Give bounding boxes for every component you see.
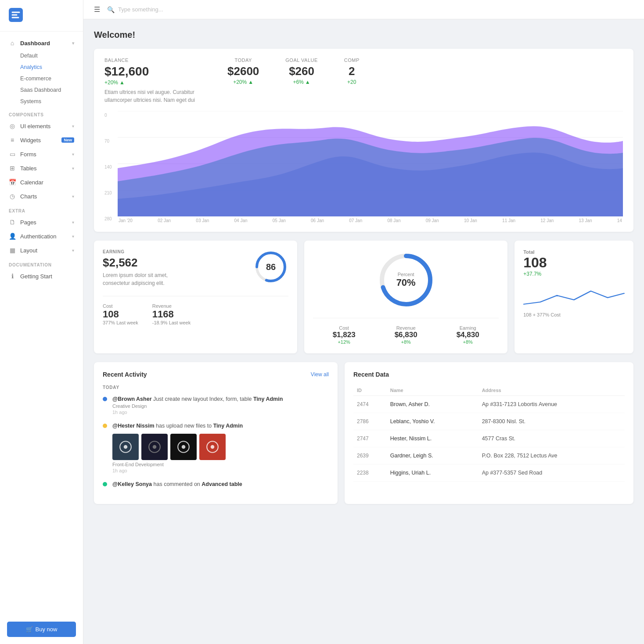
components-label: Components [0, 107, 83, 119]
total-value: 108 [523, 255, 625, 271]
row-id: 2747 [353, 430, 387, 447]
comp-change: +20 [344, 79, 360, 85]
dashboard-children: Default Analytics E-commerce Saas Dashbo… [0, 50, 83, 107]
cost-metric: Cost 108 377% Last week [103, 303, 138, 325]
col-name: Name [387, 385, 479, 396]
topbar: ☰ 🔍 [83, 0, 644, 19]
activity-user-2: @Hester Nissim [112, 423, 155, 429]
activity-app-1: Tiny Admin [253, 396, 283, 402]
circle-icon: ◎ [9, 122, 16, 130]
search-input[interactable] [118, 6, 206, 13]
sidebar-item-calendar[interactable]: 📅 Calendar [0, 175, 83, 189]
row-address: 287-8300 Nisl. St. [479, 413, 625, 430]
nav-child-systems[interactable]: Systems [20, 96, 83, 107]
sidebar-item-forms[interactable]: ▭ Forms ▾ [0, 147, 83, 161]
pm-earning: Earning $4,830 +8% [457, 325, 479, 345]
data-table: ID Name Address 2474 Brown, Asher D. Ap … [353, 385, 625, 482]
activity-content-1: @Brown Asher Just create new layout Inde… [112, 395, 329, 415]
sidebar-item-ui-elements[interactable]: ◎ UI elements ▾ [0, 119, 83, 133]
percent-card: Percent 70% Cost $1,823 +12% Revenue $6,… [304, 241, 507, 353]
pm-cost-label: Cost [333, 325, 356, 331]
info-icon: ℹ [9, 273, 16, 280]
sidebar-item-getting-start[interactable]: ℹ Getting Start [0, 269, 83, 283]
activity-dot-yellow [103, 424, 107, 428]
buy-now-button[interactable]: 🛒 Buy now [7, 622, 76, 637]
chevron-icon-auth: ▾ [72, 234, 74, 239]
comp-value: 2 [344, 65, 360, 78]
row-address: Ap #331-7123 Lobortis Avenue [479, 396, 625, 413]
earning-top: EARNING $2,562 Lorem ipsum dolor sit ame… [103, 249, 288, 287]
balance-change: +20% ▲ [104, 79, 201, 86]
chevron-icon-tables: ▾ [72, 166, 74, 171]
pm-earning-value: $4,830 [457, 331, 479, 339]
album-thumb-2 [141, 434, 168, 460]
chart-y-axis: 280210140700 [104, 111, 112, 223]
cost-sub: 377% Last week [103, 320, 138, 325]
square-icon: ▭ [9, 151, 16, 158]
balance-desc: Etiam ultrices nisi vel augue. Curabitur… [104, 88, 201, 104]
sidebar-item-charts[interactable]: ◷ Charts ▾ [0, 189, 83, 203]
album-thumbnails [112, 434, 329, 460]
album-thumb-3 [170, 434, 197, 460]
sidebar-item-pages[interactable]: 🗋 Pages ▾ [0, 215, 83, 229]
chevron-icon-charts: ▾ [72, 194, 74, 199]
nav-child-ecommerce[interactable]: E-commerce [20, 73, 83, 84]
recent-data-card: Recent Data ID Name Address 2474 Brown, [345, 362, 633, 504]
table-header-row: ID Name Address [353, 385, 625, 396]
goal-label: Goal Value [285, 58, 317, 63]
balance-stat: Balance $12,600 +20% ▲ Etiam ultrices ni… [104, 58, 201, 104]
content-area: Welcome! Balance $12,600 +20% ▲ Etiam ul… [83, 19, 644, 644]
cards-row: EARNING $2,562 Lorem ipsum dolor sit ame… [94, 241, 633, 353]
activity-app-2: Tiny Admin [213, 423, 243, 429]
goal-stat: Goal Value $260 +6% ▲ [285, 58, 317, 104]
row-id: 2474 [353, 396, 387, 413]
balance-value: $12,600 [104, 65, 201, 79]
earning-value: $2,562 [103, 256, 182, 270]
sidebar-item-dashboard[interactable]: ⌂ Dashboard ▾ [0, 36, 83, 50]
donut-container: Percent 70% [313, 249, 499, 311]
total-change: +37.7% [523, 271, 625, 277]
sidebar-item-layout[interactable]: ▦ Layout ▾ [0, 243, 83, 257]
pm-cost-change: +12% [333, 339, 356, 345]
cost-label: Cost [103, 303, 138, 309]
sidebar-item-tables[interactable]: ⊞ Tables ▾ [0, 161, 83, 175]
col-address: Address [479, 385, 625, 396]
sidebar-item-widgets[interactable]: ≡ Widgets New [0, 133, 83, 147]
new-badge: New [61, 137, 74, 143]
percent-metrics: Cost $1,823 +12% Revenue $6,830 +8% Earn… [313, 318, 499, 345]
svg-point-16 [211, 445, 215, 449]
pm-cost-value: $1,823 [333, 331, 356, 339]
revenue-metric: Revenue 1168 -18.9% Last week [152, 303, 191, 325]
today-value: $2600 [227, 65, 259, 78]
calendar-icon: 📅 [9, 179, 16, 186]
pm-revenue-change: +8% [395, 339, 417, 345]
sidebar-nav: ⌂ Dashboard ▾ Default Analytics E-commer… [0, 32, 83, 615]
search-area: 🔍 [107, 6, 633, 13]
file-icon: 🗋 [9, 219, 16, 226]
nav-child-analytics[interactable]: Analytics [20, 61, 83, 73]
row-id: 2639 [353, 447, 387, 464]
up-arrow-today: ▲ [248, 79, 253, 85]
list-item: @Hester Nissim has upload new files to T… [103, 422, 329, 473]
list-item: @Kelley Sonya has commented on Advanced … [103, 480, 329, 489]
chevron-icon-ui: ▾ [72, 124, 74, 129]
hamburger-icon[interactable]: ☰ [94, 5, 100, 14]
activity-content-3: @Kelley Sonya has commented on Advanced … [112, 480, 329, 489]
pm-revenue-value: $6,830 [395, 331, 417, 339]
activity-dept-1: Creative Design [112, 403, 329, 409]
col-id: ID [353, 385, 387, 396]
row-name: Brown, Asher D. [387, 396, 479, 413]
nav-child-saas[interactable]: Saas Dashboard [20, 84, 83, 96]
nav-child-default[interactable]: Default [20, 50, 83, 61]
extra-label: Extra [0, 203, 83, 215]
row-id: 2786 [353, 413, 387, 430]
view-all-link[interactable]: View all [311, 371, 329, 378]
grid-icon: ⊞ [9, 165, 16, 172]
mini-bar-chart [523, 282, 625, 309]
today-change: +20% ▲ [227, 79, 259, 85]
table-head: ID Name Address [353, 385, 625, 396]
sidebar-item-authentication[interactable]: 👤 Authentication ▾ [0, 229, 83, 243]
activity-text-2: @Hester Nissim has upload new files to T… [112, 422, 329, 430]
activity-card: Recent Activity View all TODAY @Brown As… [94, 362, 338, 504]
activity-user-1: @Brown Asher [112, 396, 152, 402]
